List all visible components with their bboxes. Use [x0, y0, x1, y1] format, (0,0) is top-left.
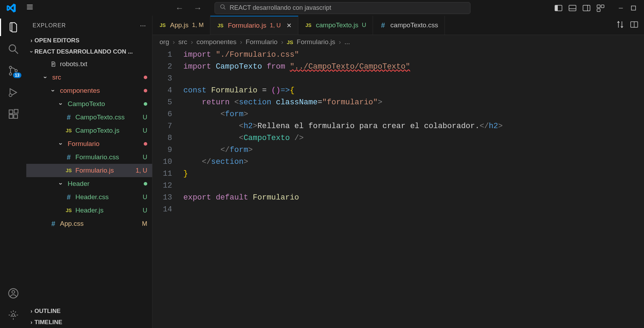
workspace-section[interactable]: › REACT DESARROLLANDO CON ...: [26, 46, 152, 57]
svg-point-24: [12, 314, 15, 316]
chevron-right-icon: ›: [191, 38, 193, 46]
explorer-activity-icon[interactable]: [7, 21, 19, 33]
code-line[interactable]: return <section className="formulario">: [183, 97, 644, 109]
settings-activity-icon[interactable]: [7, 309, 19, 321]
tree-label: CampoTexto.js: [75, 127, 140, 134]
tree-item-src[interactable]: ›src: [26, 71, 152, 84]
search-activity-icon[interactable]: [7, 43, 19, 55]
tab-formulario-js[interactable]: JSFormulario.js1, U✕: [210, 16, 298, 35]
code-line[interactable]: <form>: [183, 109, 644, 120]
tree-label: CampoTexto.css: [75, 113, 140, 121]
tree-item-header[interactable]: ›Header: [26, 177, 152, 190]
split-editor-icon[interactable]: [630, 20, 638, 30]
tree-item-formulario[interactable]: ›Formulario: [26, 137, 152, 151]
tree-item-componentes[interactable]: ›componentes: [26, 84, 152, 97]
code-content[interactable]: import "./Formulario.css"import CampoTex…: [181, 49, 644, 328]
sidebar-more-icon[interactable]: ···: [140, 21, 146, 29]
code-line[interactable]: export default Formulario: [183, 192, 644, 204]
tab-app-js[interactable]: JSApp.js1, M: [152, 16, 210, 35]
code-editor[interactable]: 1234567891011121314 import "./Formulario…: [152, 49, 644, 328]
search-text: REACT desarrollando con javascript: [230, 4, 331, 12]
tab-badge: U: [362, 22, 366, 29]
breadcrumb[interactable]: org›src›componentes›Formulario›JSFormula…: [152, 35, 644, 49]
tree-item-campotexto[interactable]: ›CampoTexto: [26, 97, 152, 111]
code-line[interactable]: import CampoTexto from "../CampoTexto/Ca…: [183, 61, 644, 73]
git-status: M: [142, 220, 147, 228]
vscode-logo-icon: [6, 3, 16, 13]
extensions-activity-icon[interactable]: [7, 108, 19, 120]
breadcrumb-part[interactable]: org: [160, 38, 169, 46]
tree-label: Header.js: [75, 207, 140, 214]
code-line[interactable]: [183, 204, 644, 216]
nav-back-button[interactable]: ←: [172, 2, 187, 14]
svg-rect-20: [14, 114, 18, 118]
layout-panel-icon[interactable]: [568, 4, 577, 12]
code-line[interactable]: import "./Formulario.css": [183, 49, 644, 61]
minimize-button[interactable]: ─: [617, 5, 624, 12]
tree-item-header-css[interactable]: #Header.cssU: [26, 190, 152, 204]
tab-campotexto-css[interactable]: #campoTexto.css: [373, 16, 445, 35]
code-line[interactable]: <h2>Rellena el formulario para crear el …: [183, 120, 644, 132]
breadcrumb-symbol[interactable]: ...: [345, 38, 350, 46]
hamburger-menu-icon[interactable]: [23, 2, 36, 14]
svg-point-15: [9, 73, 12, 75]
accounts-activity-icon[interactable]: [7, 287, 19, 299]
chevron-down-icon: ›: [28, 51, 35, 53]
tree-label: componentes: [60, 87, 141, 95]
layout-primary-sidebar-icon[interactable]: [554, 4, 563, 12]
tree-label: Formulario.js: [75, 167, 133, 174]
tree-item-header-js[interactable]: JSHeader.jsU: [26, 204, 152, 217]
tree-item-campotexto-css[interactable]: #CampoTexto.cssU: [26, 111, 152, 124]
tab-label: App.js: [170, 21, 189, 29]
tab-bar: JSApp.js1, MJSFormulario.js1, U✕JScampoT…: [152, 16, 644, 35]
command-center[interactable]: REACT desarrollando con javascript: [215, 2, 470, 14]
line-numbers: 1234567891011121314: [152, 49, 181, 328]
chevron-right-icon: ›: [240, 38, 242, 46]
tree-label: Formulario.css: [75, 153, 140, 161]
git-status: U: [143, 114, 147, 121]
code-line[interactable]: [183, 73, 644, 85]
svg-point-0: [221, 5, 224, 8]
layout-customize-icon[interactable]: [596, 4, 605, 12]
code-line[interactable]: </section>: [183, 156, 644, 168]
tree-label: Header.css: [75, 193, 140, 201]
code-line[interactable]: const Formulario = ()=>{: [183, 85, 644, 97]
tree-item-formulario-css[interactable]: #Formulario.cssU: [26, 151, 152, 164]
outline-section[interactable]: › OUTLINE: [26, 306, 152, 317]
tree-item-app-css[interactable]: #App.cssM: [26, 217, 152, 230]
git-status: 1, U: [136, 167, 147, 174]
run-debug-activity-icon[interactable]: [7, 86, 19, 98]
scm-badge: 13: [13, 72, 21, 78]
chevron-right-icon: ›: [30, 308, 32, 314]
compare-changes-icon[interactable]: [616, 20, 624, 30]
tree-item-robots-txt[interactable]: robots.txt: [26, 57, 152, 71]
close-icon[interactable]: ✕: [286, 22, 292, 29]
tree-item-formulario-js[interactable]: JSFormulario.js1, U: [26, 164, 152, 177]
breadcrumb-part[interactable]: componentes: [196, 38, 236, 46]
breadcrumb-part[interactable]: Formulario: [246, 38, 278, 46]
file-tree: robots.txt›src›componentes›CampoTexto#Ca…: [26, 57, 152, 306]
status-dot-icon: [144, 182, 147, 186]
code-line[interactable]: <CampoTexto />: [183, 132, 644, 144]
open-editors-section[interactable]: › OPEN EDITORS: [26, 35, 152, 46]
code-line[interactable]: [183, 180, 644, 192]
code-line[interactable]: }: [183, 168, 644, 180]
breadcrumb-file[interactable]: Formulario.js: [297, 38, 335, 46]
tab-campotexto-js[interactable]: JScampoTexto.jsU: [298, 16, 373, 35]
code-line[interactable]: </form>: [183, 144, 644, 156]
svg-rect-9: [601, 5, 604, 8]
sidebar-title: EXPLORER: [33, 22, 66, 29]
breadcrumb-part[interactable]: src: [178, 38, 187, 46]
source-control-activity-icon[interactable]: 13: [7, 65, 19, 77]
tree-label: src: [52, 74, 141, 81]
tab-label: Formulario.js: [228, 22, 266, 29]
maximize-button[interactable]: [630, 5, 637, 12]
svg-rect-11: [631, 6, 636, 10]
tree-item-campotexto-js[interactable]: JSCampoTexto.jsU: [26, 124, 152, 137]
tree-label: App.css: [60, 220, 139, 228]
git-status: U: [143, 207, 147, 214]
timeline-section[interactable]: › TIMELINE: [26, 317, 152, 328]
nav-forward-button[interactable]: →: [191, 2, 205, 14]
layout-secondary-sidebar-icon[interactable]: [582, 4, 591, 12]
git-status: U: [143, 194, 147, 201]
